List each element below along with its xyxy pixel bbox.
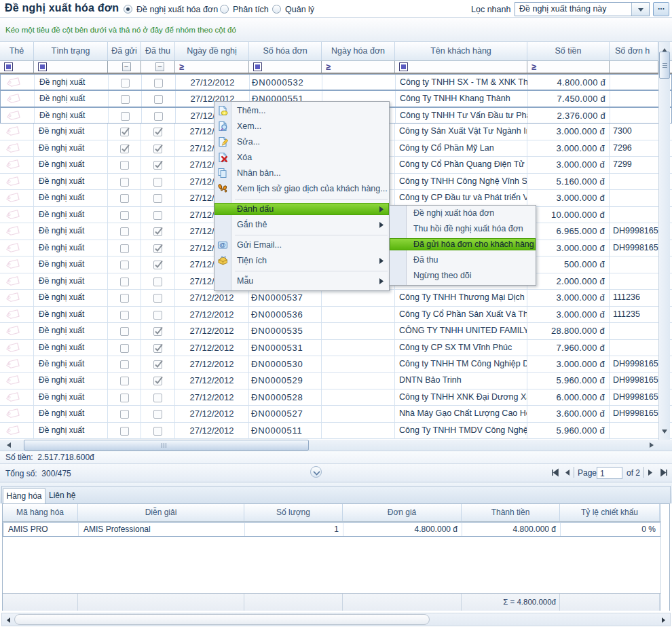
svg-text:@: @ <box>219 241 225 248</box>
